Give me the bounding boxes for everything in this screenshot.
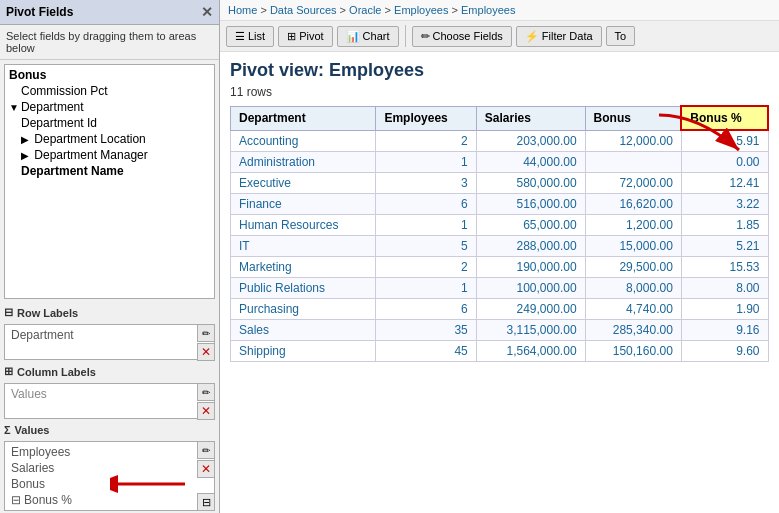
pivot-fields-description: Select fields by dragging them to areas … bbox=[0, 25, 219, 60]
cell-dept: Marketing bbox=[231, 257, 376, 278]
values-delete-button[interactable]: ✕ bbox=[197, 460, 215, 478]
tree-item-dept-id[interactable]: Department Id bbox=[7, 115, 212, 131]
content-area: Pivot view: Employees 11 rows Department… bbox=[220, 52, 779, 513]
pivot-label: Pivot bbox=[299, 30, 323, 42]
cell-salaries: 580,000.00 bbox=[476, 173, 585, 194]
values-item-bonus: Bonus bbox=[9, 476, 194, 492]
cell-bonus-pct: 9.16 bbox=[681, 320, 768, 341]
cell-bonus-pct: 8.00 bbox=[681, 278, 768, 299]
column-labels-title: Column Labels bbox=[17, 366, 96, 378]
tree-item-dept-manager[interactable]: ▶ Department Manager bbox=[7, 147, 212, 163]
cell-dept: IT bbox=[231, 236, 376, 257]
cell-bonus: 150,160.00 bbox=[585, 341, 681, 362]
cell-bonus: 285,340.00 bbox=[585, 320, 681, 341]
values-item-bonus-pct: ⊟ Bonus % bbox=[9, 492, 194, 508]
cell-employees: 6 bbox=[376, 194, 476, 215]
choose-fields-button[interactable]: ✏ Choose Fields bbox=[412, 26, 512, 47]
table-row: Shipping 45 1,564,000.00 150,160.00 9.60 bbox=[231, 341, 769, 362]
row-labels-section-label: ⊟ Row Labels bbox=[0, 303, 219, 322]
cell-salaries: 249,000.00 bbox=[476, 299, 585, 320]
cell-salaries: 44,000.00 bbox=[476, 152, 585, 173]
cell-employees: 35 bbox=[376, 320, 476, 341]
tree-item-bonus[interactable]: Bonus bbox=[7, 67, 212, 83]
row-labels-drop-area[interactable]: Department bbox=[4, 324, 215, 360]
list-icon: ☰ bbox=[235, 30, 245, 43]
cell-salaries: 516,000.00 bbox=[476, 194, 585, 215]
table-row: Executive 3 580,000.00 72,000.00 12.41 bbox=[231, 173, 769, 194]
column-labels-drop-area[interactable]: Values bbox=[4, 383, 215, 419]
tree-item-department[interactable]: ▼Department bbox=[7, 99, 212, 115]
column-labels-section-label: ⊞ Column Labels bbox=[0, 362, 219, 381]
row-labels-container: Department ✏ ✕ bbox=[4, 324, 215, 360]
cell-bonus-pct: 0.00 bbox=[681, 152, 768, 173]
chart-label: Chart bbox=[363, 30, 390, 42]
cell-salaries: 190,000.00 bbox=[476, 257, 585, 278]
close-button[interactable]: ✕ bbox=[201, 4, 213, 20]
pivot-fields-panel: Pivot Fields ✕ Select fields by dragging… bbox=[0, 0, 220, 513]
list-button[interactable]: ☰ List bbox=[226, 26, 274, 47]
cell-bonus-pct: 9.60 bbox=[681, 341, 768, 362]
cell-dept: Executive bbox=[231, 173, 376, 194]
column-labels-edit-button[interactable]: ✏ bbox=[197, 383, 215, 401]
cell-dept: Accounting bbox=[231, 130, 376, 152]
pivot-button[interactable]: ⊞ Pivot bbox=[278, 26, 332, 47]
filter-data-button[interactable]: ⚡ Filter Data bbox=[516, 26, 602, 47]
cell-bonus-pct: 12.41 bbox=[681, 173, 768, 194]
values-title: Values bbox=[15, 424, 50, 436]
choose-fields-label: Choose Fields bbox=[433, 30, 503, 42]
column-labels-delete-button[interactable]: ✕ bbox=[197, 402, 215, 420]
cell-employees: 2 bbox=[376, 130, 476, 152]
tree-item-dept-name[interactable]: Department Name bbox=[7, 163, 212, 179]
cell-employees: 2 bbox=[376, 257, 476, 278]
values-drop-area[interactable]: Employees Salaries Bonus ⊟ Bonus % bbox=[4, 441, 215, 511]
pivot-icon: ⊞ bbox=[287, 30, 296, 43]
values-calc-button[interactable]: ⊟ bbox=[197, 493, 215, 511]
values-container: Employees Salaries Bonus ⊟ Bonus % ✏ ✕ ⊟ bbox=[4, 441, 215, 511]
table-row: Public Relations 1 100,000.00 8,000.00 8… bbox=[231, 278, 769, 299]
values-edit-button[interactable]: ✏ bbox=[197, 441, 215, 459]
cell-bonus-pct: 15.53 bbox=[681, 257, 768, 278]
cell-employees: 45 bbox=[376, 341, 476, 362]
breadcrumb-employees-db[interactable]: Employees bbox=[394, 4, 448, 16]
breadcrumb-datasources[interactable]: Data Sources bbox=[270, 4, 337, 16]
column-labels-icon: ⊞ bbox=[4, 365, 13, 378]
cell-dept: Finance bbox=[231, 194, 376, 215]
table-row: Finance 6 516,000.00 16,620.00 3.22 bbox=[231, 194, 769, 215]
to-button[interactable]: To bbox=[606, 26, 636, 46]
cell-bonus-pct: 1.85 bbox=[681, 215, 768, 236]
column-labels-item-values: Values bbox=[9, 386, 210, 402]
to-label: To bbox=[615, 30, 627, 42]
cell-bonus: 15,000.00 bbox=[585, 236, 681, 257]
col-employees: Employees bbox=[376, 106, 476, 130]
tree-item-commission[interactable]: Commission Pct bbox=[7, 83, 212, 99]
right-panel: Home > Data Sources > Oracle > Employees… bbox=[220, 0, 779, 513]
table-row: Accounting 2 203,000.00 12,000.00 5.91 bbox=[231, 130, 769, 152]
cell-bonus: 1,200.00 bbox=[585, 215, 681, 236]
table-row: Sales 35 3,115,000.00 285,340.00 9.16 bbox=[231, 320, 769, 341]
values-section-label: Σ Values bbox=[0, 421, 219, 439]
col-bonus-pct: Bonus % bbox=[681, 106, 768, 130]
breadcrumb-employees[interactable]: Employees bbox=[461, 4, 515, 16]
cell-employees: 3 bbox=[376, 173, 476, 194]
table-wrapper: Department Employees Salaries Bonus Bonu… bbox=[230, 105, 769, 362]
pivot-fields-title: Pivot Fields bbox=[6, 5, 73, 19]
row-labels-delete-button[interactable]: ✕ bbox=[197, 343, 215, 361]
cell-salaries: 1,564,000.00 bbox=[476, 341, 585, 362]
breadcrumb: Home > Data Sources > Oracle > Employees… bbox=[220, 0, 779, 21]
tree-item-dept-location[interactable]: ▶ Department Location bbox=[7, 131, 212, 147]
col-bonus: Bonus bbox=[585, 106, 681, 130]
cell-bonus-pct: 5.21 bbox=[681, 236, 768, 257]
row-labels-edit-button[interactable]: ✏ bbox=[197, 324, 215, 342]
values-item-salaries: Salaries bbox=[9, 460, 194, 476]
cell-salaries: 203,000.00 bbox=[476, 130, 585, 152]
toolbar-separator-1 bbox=[405, 25, 406, 47]
cell-bonus: 12,000.00 bbox=[585, 130, 681, 152]
cell-employees: 1 bbox=[376, 278, 476, 299]
chart-button[interactable]: 📊 Chart bbox=[337, 26, 399, 47]
breadcrumb-oracle[interactable]: Oracle bbox=[349, 4, 381, 16]
cell-bonus: 29,500.00 bbox=[585, 257, 681, 278]
toolbar: ☰ List ⊞ Pivot 📊 Chart ✏ Choose Fields ⚡… bbox=[220, 21, 779, 52]
breadcrumb-home[interactable]: Home bbox=[228, 4, 257, 16]
row-labels-item-department: Department bbox=[9, 327, 210, 343]
column-labels-container: Values ✏ ✕ bbox=[4, 383, 215, 419]
